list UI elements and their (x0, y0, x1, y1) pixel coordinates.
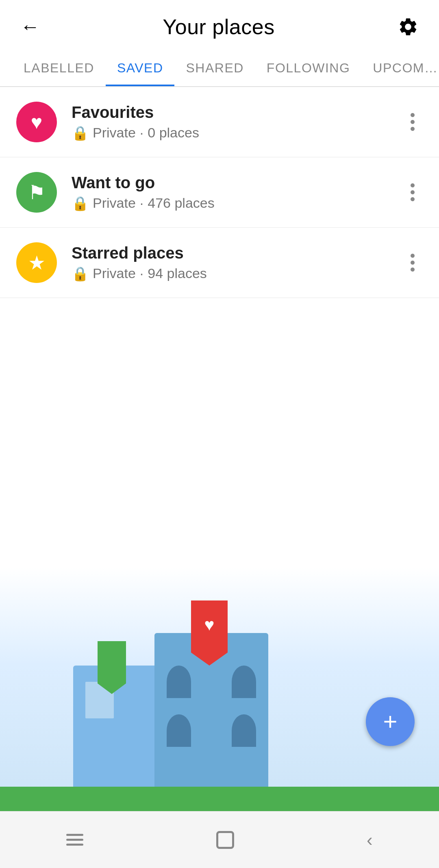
heart-icon: ♥ (31, 111, 43, 133)
nav-home-button[interactable] (200, 823, 250, 857)
list-item[interactable]: ⚑ Want to go 🔒 Private · 476 places (0, 157, 439, 228)
lock-icon: 🔒 (72, 265, 89, 282)
add-button[interactable]: + (366, 697, 415, 746)
more-icon (409, 111, 416, 133)
settings-button[interactable] (393, 12, 423, 41)
bookmark-green-icon (98, 641, 126, 694)
star-icon: ★ (28, 251, 46, 274)
tab-saved[interactable]: SAVED (106, 50, 175, 86)
tab-following[interactable]: FOLLOWING (255, 50, 362, 86)
saved-list: ♥ Favourites 🔒 Private · 0 places ⚑ Want… (0, 87, 439, 298)
favourites-privacy: Private (93, 125, 136, 141)
illustration-area: ♥ + (0, 567, 439, 811)
list-item[interactable]: ♥ Favourites 🔒 Private · 0 places (0, 87, 439, 157)
page-title: Your places (163, 15, 274, 39)
starred-places-privacy: Private (93, 265, 136, 281)
starred-places-count: 94 places (148, 265, 207, 281)
bookmark-heart-icon: ♥ (204, 615, 215, 635)
window-2 (232, 666, 256, 698)
starred-places-subtitle: 🔒 Private · 94 places (72, 265, 402, 282)
favourites-subtitle: 🔒 Private · 0 places (72, 125, 402, 141)
home-icon (216, 831, 234, 849)
starred-places-more-button[interactable] (402, 246, 423, 280)
favourites-count: 0 places (148, 125, 199, 141)
want-to-go-more-button[interactable] (402, 175, 423, 209)
nav-menu-button[interactable] (50, 826, 100, 854)
tab-shared[interactable]: SHARED (174, 50, 255, 86)
want-to-go-subtitle: 🔒 Private · 476 places (72, 195, 402, 211)
building-left (73, 666, 163, 788)
flag-icon: ⚑ (28, 181, 46, 204)
want-to-go-title: Want to go (72, 174, 402, 192)
want-to-go-count: 476 places (148, 195, 214, 211)
favourites-more-button[interactable] (402, 105, 423, 139)
building-right: ♥ (154, 633, 268, 788)
tabs-bar: LABELLED SAVED SHARED FOLLOWING UPCOM… (0, 50, 439, 87)
back-button[interactable]: ← (16, 11, 44, 42)
window-1 (167, 666, 191, 698)
starred-places-icon-circle: ★ (16, 242, 57, 283)
list-item[interactable]: ★ Starred places 🔒 Private · 94 places (0, 228, 439, 298)
bottom-navigation: ‹ (0, 811, 439, 868)
want-to-go-privacy: Private (93, 195, 136, 211)
bookmark-red-icon: ♥ (191, 600, 228, 666)
more-icon (409, 252, 416, 273)
header: ← Your places (0, 0, 439, 50)
nav-back-button[interactable]: ‹ (350, 822, 389, 858)
starred-places-title: Starred places (72, 244, 402, 262)
chevron-left-icon: ‹ (367, 830, 373, 850)
favourites-title: Favourites (72, 103, 402, 122)
gear-icon (398, 16, 419, 37)
favourites-text: Favourites 🔒 Private · 0 places (72, 103, 402, 141)
want-to-go-icon-circle: ⚑ (16, 172, 57, 213)
lock-icon: 🔒 (72, 125, 89, 141)
back-icon: ← (20, 15, 40, 38)
favourites-icon-circle: ♥ (16, 102, 57, 142)
menu-icon (66, 834, 83, 846)
more-icon (409, 182, 416, 203)
ground (0, 787, 439, 811)
tab-labelled[interactable]: LABELLED (12, 50, 106, 86)
lock-icon: 🔒 (72, 195, 89, 211)
window-4 (232, 714, 256, 747)
want-to-go-text: Want to go 🔒 Private · 476 places (72, 174, 402, 211)
starred-places-text: Starred places 🔒 Private · 94 places (72, 244, 402, 282)
window-3 (167, 714, 191, 747)
tab-upcoming[interactable]: UPCOM… (361, 50, 439, 86)
add-icon: + (383, 709, 397, 734)
